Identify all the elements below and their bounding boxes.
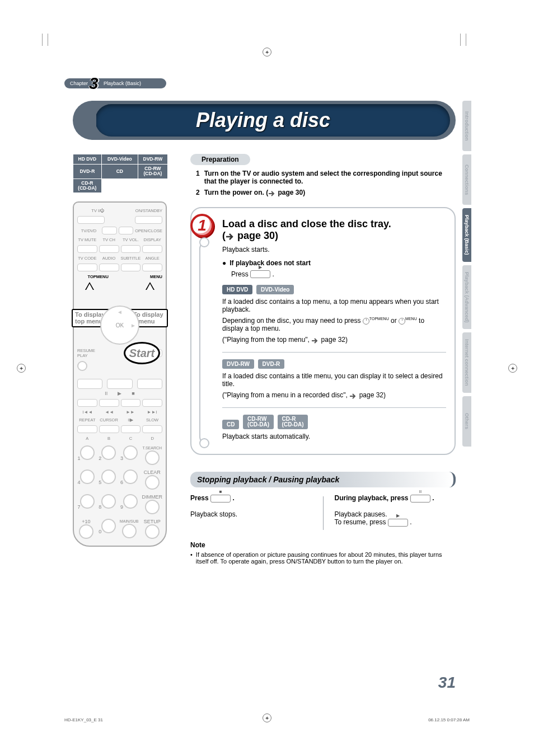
page-ref-icon (311, 336, 319, 344)
body-text: Playback pauses. (335, 510, 456, 518)
registration-mark (17, 364, 26, 373)
bullet-heading: ●If playback does not start (222, 259, 446, 267)
disc-cell: HD DVD (73, 154, 102, 165)
play-button-icon: ▶ (250, 270, 270, 278)
body-text: To resume, press ▶ . (335, 518, 456, 527)
step-heading: Load a disc and close the disc tray. ( p… (222, 218, 446, 242)
registration-mark (508, 364, 517, 373)
chapter-tab: Chapter Playback (Basic) 3 (64, 78, 166, 88)
body-text: If a loaded disc contains a title menu, … (222, 372, 446, 388)
disc-tag: HD DVD (222, 285, 252, 294)
body-text: Playback starts automatically. (222, 433, 446, 440)
disc-tag: CD-R (CD-DA) (278, 415, 308, 429)
body-text: Depending on the disc, you may need to p… (222, 317, 446, 332)
stop-button-icon: ■ (210, 495, 231, 503)
disc-tag: DVD-RW (222, 359, 254, 369)
pause-button-icon: II (410, 495, 430, 503)
body-text: Playback stops. (190, 510, 312, 518)
disc-tag: DVD-Video (256, 285, 294, 294)
disc-cell: DVD-Video (101, 154, 138, 165)
footer-timestamp: 06.12.15 0:07:28 AM (428, 717, 470, 722)
registration-mark (263, 48, 271, 57)
play-button-icon: ▶ (388, 519, 408, 527)
page-ref-icon (349, 392, 357, 400)
registration-mark (263, 713, 271, 722)
page-title-banner: Playing a disc (73, 101, 456, 140)
step-number-badge: 1 (190, 214, 214, 237)
note-heading: Note (190, 541, 205, 549)
body-text: ("Playing from a menu in a recorded disc… (222, 391, 446, 400)
disc-tag: DVD-R (258, 359, 285, 369)
chapter-label: Chapter (70, 81, 88, 86)
side-navigation-tabs: Introduction Connections Playback (Basic… (462, 101, 474, 450)
remote-illustration: TV I/⏻ ON/STANDBY TV/DVD OPEN/CLOSE TV M… (73, 201, 167, 547)
page-ref-icon (268, 189, 276, 197)
disc-cell: DVD-RW (138, 154, 167, 165)
prep-item-number: 2 (196, 189, 200, 197)
page-ref-icon (226, 231, 235, 242)
disc-cell: CD-R (CD-DA) (73, 179, 102, 193)
side-tab-active: Playback (Basic) (462, 208, 471, 262)
topmenu-button-icon (363, 318, 369, 325)
body-text: ("Playing from the top menu", page 32) (222, 336, 446, 344)
note-text: If absence of operation or picture pausi… (196, 551, 456, 565)
body-text: If a loaded disc contains a top menu, a … (222, 298, 446, 313)
menu-label: MENU (121, 274, 163, 279)
menu-button-icon (399, 318, 405, 325)
footer-file-ref: HD-E1KY_03_E 31 (64, 717, 103, 722)
chapter-section: Playback (Basic) (104, 81, 141, 86)
page-number: 31 (438, 674, 456, 692)
body-text: Playback starts. (222, 246, 446, 253)
supported-disc-table: HD DVD DVD-Video DVD-RW DVD-R CD CD-RW (… (73, 154, 168, 193)
disc-cell: DVD-R (73, 165, 102, 179)
side-tab: Others (462, 396, 471, 447)
prep-item-number: 1 (196, 170, 200, 185)
side-tab: Introduction (462, 101, 471, 151)
step-1-block: 1 Load a disc and close the disc tray. (… (190, 207, 456, 455)
disc-cell: CD (101, 165, 138, 179)
note-section: Note • If absence of operation or pictur… (190, 541, 456, 565)
topmenu-label: TOPMENU (77, 274, 119, 279)
disc-tag: CD (222, 420, 239, 429)
section-heading: Stopping playback / Pausing playback (190, 472, 456, 487)
disc-tag: CD-RW (CD-DA) (243, 415, 274, 429)
page-title: Playing a disc (196, 109, 330, 132)
chapter-number: 3 (89, 74, 99, 93)
side-tab: Playback (Advanced) (462, 265, 471, 330)
side-tab: Internet connection (462, 332, 471, 393)
preparation-heading: Preparation (190, 154, 250, 165)
prep-item-text: Turn on the TV or audio system and selec… (204, 170, 456, 185)
side-tab: Connections (462, 154, 471, 205)
disc-cell: CD-RW (CD-DA) (138, 165, 167, 179)
